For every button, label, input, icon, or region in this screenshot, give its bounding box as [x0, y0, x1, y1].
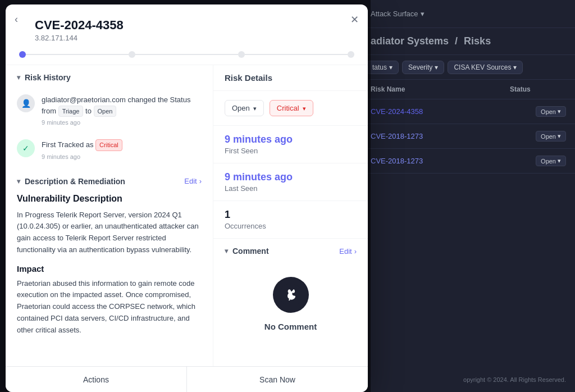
step-dot-2	[129, 51, 135, 58]
modal-close-button[interactable]: ✕	[350, 13, 359, 26]
modal-back-button[interactable]: ‹	[15, 13, 18, 25]
cisa-filter-button[interactable]: CISA KEV Sources ▾	[448, 61, 523, 74]
table-row[interactable]: CVE-2018-1273 Open ▾	[362, 149, 575, 174]
history-to-label: to	[85, 107, 93, 115]
comment-edit-label: Edit	[339, 247, 352, 256]
first-seen-label: First Seen	[225, 147, 357, 155]
progress-stepper	[6, 42, 368, 65]
table-header: Risk Name Status	[362, 80, 575, 99]
breadcrumb: adiator Systems / Risks	[371, 35, 491, 47]
attack-surface-label: Attack Surface	[371, 10, 418, 18]
comment-section-label: ▾ Comment	[225, 247, 269, 256]
edit-chevron-icon: ›	[199, 177, 202, 185]
risk-history-section-label: ▾ Risk History	[17, 73, 71, 82]
first-seen-stat: 9 minutes ago First Seen	[213, 126, 368, 163]
risk-name-cell: CVE-2024-4358	[371, 107, 536, 116]
horse-logo-icon	[273, 277, 309, 313]
risk-details-header: Risk Details	[213, 65, 368, 91]
comment-edit-chevron-icon: ›	[354, 247, 357, 256]
bg-breadcrumb: adiator Systems / Risks	[362, 28, 575, 55]
impact-title: Impact	[17, 264, 202, 274]
description-section-label: ▾ Description & Remediation	[17, 177, 125, 186]
modal-header: ‹ ✕ CVE-2024-4358 3.82.171.144	[6, 4, 368, 42]
comment-section-header[interactable]: ▾ Comment Edit ›	[213, 239, 368, 263]
modal-left-panel: ▾ Risk History 👤 gladiator@praetorian.co…	[6, 65, 213, 386]
user-icon: 👤	[21, 99, 31, 108]
cisa-filter-chevron-icon: ▾	[513, 63, 517, 71]
history-avatar-1: 👤	[17, 94, 35, 112]
breadcrumb-current: Risks	[464, 35, 491, 47]
status-value: Open	[232, 104, 250, 112]
impact-text: Praetorian abused this information to ga…	[17, 278, 202, 336]
status-chevron-icon: ▾	[558, 108, 561, 115]
breadcrumb-parent: adiator Systems	[371, 35, 449, 47]
status-filter-chevron-icon: ▾	[389, 63, 393, 71]
vuln-text: In Progress Telerik Report Server, versi…	[17, 209, 202, 256]
comment-caret-icon: ▾	[225, 247, 228, 255]
modal-body: ▾ Risk History 👤 gladiator@praetorian.co…	[6, 65, 368, 386]
no-comment-text: No Comment	[264, 322, 317, 331]
step-dot-1	[19, 51, 26, 58]
first-seen-value: 9 minutes ago	[225, 134, 357, 145]
scan-now-button[interactable]: Scan Now	[187, 367, 368, 392]
modal-subtitle: 3.82.171.144	[19, 34, 354, 42]
history-badge-critical: Critical	[95, 139, 122, 151]
modal: ‹ ✕ CVE-2024-4358 3.82.171.144 ▾ Risk Hi…	[6, 4, 368, 386]
step-line-3	[245, 54, 348, 55]
history-time-2: 9 minutes ago	[42, 153, 202, 160]
table-header-status: Status	[510, 85, 566, 93]
vuln-title: Vulnerability Description	[17, 194, 202, 204]
status-dropdown[interactable]: Open	[225, 100, 264, 116]
bg-footer: opyright © 2024. All Rights Reserved.	[463, 376, 566, 383]
comment-edit-button[interactable]: Edit ›	[339, 247, 357, 256]
status-filter-label: tatus	[372, 63, 387, 71]
step-dot-3	[238, 51, 245, 58]
bg-filters: tatus ▾ Severity ▾ CISA KEV Sources ▾	[362, 55, 575, 80]
severity-dropdown[interactable]: Critical	[270, 100, 313, 116]
step-line-1	[26, 54, 129, 55]
severity-filter-button[interactable]: Severity ▾	[402, 61, 444, 74]
status-chevron-icon: ▾	[558, 133, 561, 140]
status-badge: Open ▾	[536, 106, 566, 117]
actions-button[interactable]: Actions	[6, 367, 187, 392]
attack-surface-chevron-icon: ▾	[421, 10, 425, 18]
history-text-2: First Tracked as Critical	[42, 139, 202, 151]
history-time-1: 9 minutes ago	[42, 119, 202, 126]
modal-footer: Actions Scan Now	[6, 366, 368, 392]
modal-title: CVE-2024-4358	[19, 18, 354, 33]
status-chevron-icon	[253, 104, 257, 112]
status-badge: Open ▾	[536, 156, 566, 166]
history-avatar-2: ✓	[17, 139, 35, 157]
severity-value: Critical	[277, 104, 299, 112]
comment-label: Comment	[232, 247, 269, 256]
description-content: Vulnerability Description In Progress Te…	[6, 194, 213, 345]
last-seen-label: Last Seen	[225, 184, 357, 193]
comment-empty-state: No Comment	[213, 263, 368, 345]
cisa-filter-label: CISA KEV Sources	[454, 63, 511, 71]
severity-chevron-icon	[303, 104, 306, 112]
status-filter-button[interactable]: tatus ▾	[366, 61, 399, 74]
bg-table: Risk Name Status CVE-2024-4358 Open ▾ CV…	[362, 80, 575, 392]
history-content-2: First Tracked as Critical 9 minutes ago	[42, 139, 202, 160]
risk-name-cell: CVE-2018-1273	[371, 157, 536, 165]
occurrences-stat: 1 Occurrences	[213, 201, 368, 239]
last-seen-value: 9 minutes ago	[225, 171, 357, 183]
bg-topbar-title: Attack Surface ▾	[371, 10, 425, 18]
description-section-text: Description & Remediation	[25, 177, 125, 186]
occurrences-value: 1	[225, 209, 357, 221]
occurrences-label: Occurrences	[225, 222, 357, 230]
risk-name-cell: CVE-2018-1273	[371, 132, 536, 140]
step-dot-4	[348, 51, 354, 58]
description-section-header[interactable]: ▾ Description & Remediation Edit ›	[6, 169, 213, 194]
history-item-2: ✓ First Tracked as Critical 9 minutes ag…	[6, 135, 213, 169]
description-edit-button[interactable]: Edit ›	[184, 177, 202, 185]
last-seen-stat: 9 minutes ago Last Seen	[213, 163, 368, 201]
bg-topbar: Attack Surface ▾	[362, 0, 575, 28]
risk-history-section-header[interactable]: ▾ Risk History	[6, 65, 213, 90]
description-caret-icon: ▾	[17, 177, 20, 185]
horse-svg	[280, 284, 302, 306]
table-row[interactable]: CVE-2018-1273 Open ▾	[362, 124, 575, 149]
status-chevron-icon: ▾	[558, 157, 561, 165]
table-row[interactable]: CVE-2024-4358 Open ▾	[362, 99, 575, 124]
severity-filter-label: Severity	[408, 63, 432, 71]
